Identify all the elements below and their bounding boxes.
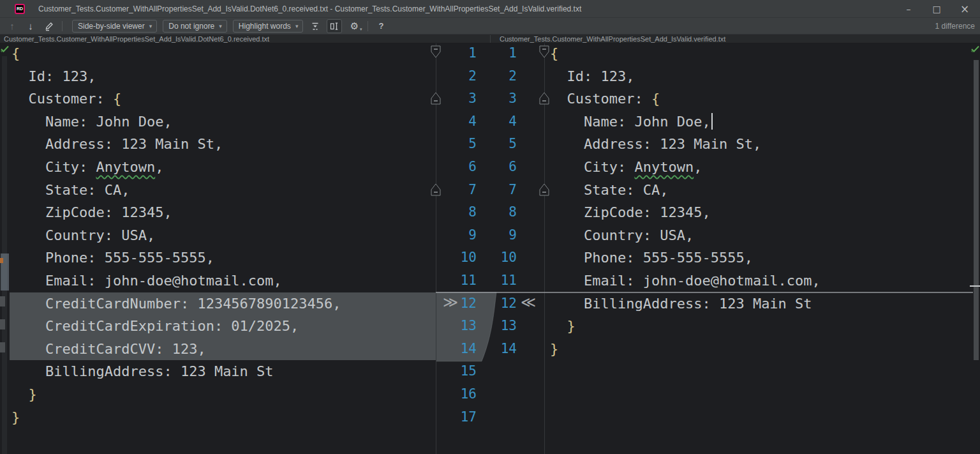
code-line[interactable]: State: CA, bbox=[544, 179, 970, 202]
toolbar-separator bbox=[368, 21, 368, 31]
line-number: 13 bbox=[436, 315, 477, 338]
fold-marker-icon[interactable] bbox=[431, 45, 441, 59]
line-number: 10 bbox=[436, 246, 477, 269]
toolbar-separator bbox=[62, 21, 63, 31]
code-line[interactable]: Id: 123, bbox=[544, 65, 970, 88]
code-line[interactable]: State: CA, bbox=[10, 179, 436, 202]
maximize-button[interactable]: □ bbox=[923, 0, 951, 18]
typo-word: Anytown bbox=[634, 159, 694, 175]
highlight-mode-dropdown[interactable]: Highlight words ▾ bbox=[233, 20, 304, 33]
line-number: 14 bbox=[486, 338, 517, 361]
fold-marker-icon[interactable] bbox=[539, 45, 549, 59]
code-line[interactable]: CreditCardNumber: 1234567890123456, bbox=[10, 292, 436, 315]
diff-chevron-left-icon[interactable]: ≪ bbox=[521, 294, 536, 310]
synchronize-scrolling-toggle[interactable] bbox=[327, 19, 342, 33]
viewer-mode-dropdown[interactable]: Side-by-side viewer ▾ bbox=[72, 20, 157, 33]
code-line[interactable]: Email: john-doe@hotmail.com, bbox=[10, 269, 436, 292]
chevron-down-icon: ▾ bbox=[295, 23, 299, 29]
left-stripe-change-mark[interactable] bbox=[0, 342, 5, 352]
whitespace-policy-dropdown[interactable]: Do not ignore ▾ bbox=[163, 20, 227, 33]
minimize-icon: – bbox=[907, 4, 911, 14]
fold-marker-icon[interactable] bbox=[539, 183, 549, 197]
left-code-pane[interactable]: { Id: 123, Customer: { Name: John Doe, A… bbox=[10, 43, 436, 428]
right-inspections-ok-check-icon[interactable] bbox=[971, 45, 979, 53]
code-line[interactable]: BillingAddress: 123 Main St bbox=[10, 360, 436, 383]
left-inspections-ok-check-icon[interactable] bbox=[1, 45, 9, 53]
left-file-name: Customer_Tests.Customer_WithAllPropertie… bbox=[4, 34, 269, 43]
close-button[interactable]: × bbox=[951, 0, 979, 18]
code-line[interactable]: Email: john-doe@hotmail.com, bbox=[544, 269, 970, 292]
code-text: } bbox=[550, 318, 575, 334]
left-stripe-warning-mark[interactable] bbox=[0, 258, 3, 263]
left-stripe-change-mark[interactable] bbox=[0, 296, 5, 306]
line-number: 1 bbox=[436, 43, 477, 65]
diff-editor-area: { Id: 123, Customer: { Name: John Doe, A… bbox=[0, 43, 980, 454]
left-line-numbers: 1234567891011121314151617 bbox=[436, 43, 477, 428]
previous-difference-button[interactable]: ↑ bbox=[6, 20, 19, 33]
title-bar: RD Customer_Tests.Customer_WithAllProper… bbox=[0, 0, 980, 18]
code-text: Address: 123 Main St, bbox=[11, 136, 223, 152]
line-number: 5 bbox=[436, 133, 477, 156]
code-line[interactable]: Phone: 555-555-5555, bbox=[544, 246, 970, 269]
code-line[interactable]: Customer: { bbox=[544, 87, 970, 110]
code-text: State: CA, bbox=[11, 182, 130, 198]
line-number: 9 bbox=[486, 224, 517, 247]
next-difference-button[interactable]: ↓ bbox=[24, 20, 37, 33]
code-line[interactable]: Country: USA, bbox=[544, 224, 970, 247]
line-number: 6 bbox=[486, 156, 517, 179]
code-line[interactable]: } bbox=[544, 315, 970, 338]
code-text: BillingAddress: 123 Main St bbox=[550, 296, 812, 312]
right-code-pane[interactable]: { Id: 123, Customer: { Name: John Doe, A… bbox=[544, 43, 970, 360]
code-line[interactable]: { bbox=[10, 43, 436, 65]
question-mark-icon: ? bbox=[378, 21, 383, 31]
line-number: 7 bbox=[486, 179, 517, 202]
close-icon: × bbox=[960, 3, 969, 15]
code-line[interactable]: } bbox=[10, 406, 436, 429]
code-line[interactable]: Name: John Doe, bbox=[10, 110, 436, 133]
code-text: City: bbox=[550, 159, 634, 175]
code-line[interactable]: ZipCode: 12345, bbox=[10, 201, 436, 224]
code-line[interactable]: Customer: { bbox=[10, 87, 436, 110]
code-text: City: bbox=[11, 159, 96, 175]
diff-settings-button[interactable]: ⚙ ▾ bbox=[347, 20, 361, 33]
code-line[interactable]: } bbox=[10, 383, 436, 406]
right-stripe-change-mark[interactable] bbox=[970, 285, 980, 287]
line-number: 8 bbox=[486, 201, 517, 224]
code-text: Customer: bbox=[550, 91, 651, 107]
text-caret bbox=[711, 113, 713, 130]
right-scrollbar-thumb[interactable] bbox=[974, 60, 979, 360]
code-line[interactable]: { bbox=[544, 43, 970, 65]
diff-chevron-right-icon[interactable]: ≫ bbox=[443, 294, 458, 310]
arrow-down-icon: ↓ bbox=[28, 20, 33, 31]
code-line[interactable]: Address: 123 Main St, bbox=[544, 133, 970, 156]
collapse-unchanged-button[interactable] bbox=[309, 20, 322, 33]
code-line[interactable]: BillingAddress: 123 Main St bbox=[544, 292, 970, 315]
fold-marker-icon[interactable] bbox=[431, 92, 441, 105]
code-text: BillingAddress: 123 Main St bbox=[11, 363, 274, 379]
fold-marker-icon[interactable] bbox=[431, 183, 441, 197]
code-line[interactable]: ZipCode: 12345, bbox=[544, 201, 970, 224]
minimize-button[interactable]: – bbox=[895, 0, 923, 18]
code-line[interactable]: Country: USA, bbox=[10, 224, 436, 247]
code-line[interactable]: City: Anytown, bbox=[10, 156, 436, 179]
code-line[interactable]: Id: 123, bbox=[10, 65, 436, 88]
line-number: 3 bbox=[436, 87, 477, 110]
code-text: { bbox=[11, 45, 20, 61]
fold-marker-icon[interactable] bbox=[539, 92, 549, 105]
code-line[interactable]: Address: 123 Main St, bbox=[10, 133, 436, 156]
code-text: Phone: 555-555-5555, bbox=[11, 250, 214, 266]
pencil-icon bbox=[44, 21, 54, 31]
code-text: Email: john-doe@hotmail.com, bbox=[11, 273, 282, 289]
help-button[interactable]: ? bbox=[378, 21, 383, 31]
left-stripe-change-mark[interactable] bbox=[0, 319, 5, 329]
code-line[interactable]: Phone: 555-555-5555, bbox=[10, 246, 436, 269]
code-line[interactable]: City: Anytown, bbox=[544, 156, 970, 179]
code-text: Country: USA, bbox=[550, 227, 694, 243]
code-text: Address: 123 Main St, bbox=[550, 136, 761, 152]
edit-file-button[interactable] bbox=[43, 20, 56, 33]
code-line[interactable]: } bbox=[544, 338, 970, 361]
diff-toolbar: ↑ ↓ Side-by-side viewer ▾ Do not ignore … bbox=[0, 18, 980, 34]
code-line[interactable]: Name: John Doe, bbox=[544, 110, 970, 133]
code-line[interactable]: CreditCardExpiration: 01/2025, bbox=[10, 315, 436, 338]
code-line[interactable]: CreditCardCVV: 123, bbox=[10, 338, 436, 361]
